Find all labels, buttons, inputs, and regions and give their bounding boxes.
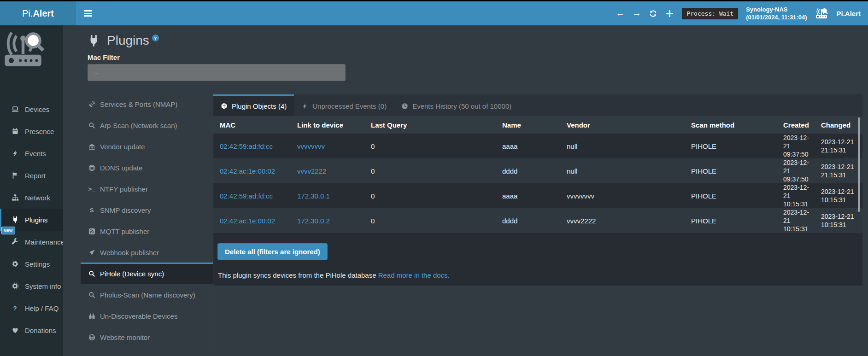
move-icon[interactable] xyxy=(665,9,674,18)
sidebar-menu: Devices Presence Events Report Network P… xyxy=(0,98,63,341)
plugin-nav-item-ddns-update[interactable]: DDNS update xyxy=(81,157,213,178)
cell-link-to-device[interactable]: vvvv2222 xyxy=(291,158,364,183)
plugin-description-text: This plugin syncs devices from the PiHol… xyxy=(218,271,376,279)
cell-mac[interactable]: 02:42:59:ad:fd:cc xyxy=(213,134,291,158)
plug-icon xyxy=(11,216,19,224)
cell-last-query: 0 xyxy=(364,183,496,208)
binoculars-icon xyxy=(88,313,95,320)
sidebar-item-network[interactable]: Network xyxy=(0,187,63,209)
sidebar-item-events[interactable]: Events xyxy=(0,142,63,164)
plugin-nav-item-website-monitor[interactable]: Website monitor xyxy=(81,326,213,347)
mac-filter-label: Mac Filter xyxy=(88,53,120,61)
plugin-nav-item-label: Webhook publisher xyxy=(100,249,159,257)
sidebar-item-label: Events xyxy=(25,150,46,158)
tab-plugin-objects-4[interactable]: Plugin Objects (4) xyxy=(213,94,294,116)
sidebar-item-settings[interactable]: Settings xyxy=(0,253,63,275)
plugin-nav-item-services-ports-nmap[interactable]: Services & Ports (NMAP) xyxy=(81,93,213,114)
cell-link-to-device[interactable]: vvvvvvvv xyxy=(291,134,364,158)
cell-name: dddd xyxy=(496,208,560,233)
plugin-nav-item-ntfy-publisher[interactable]: >_ NTFY publisher xyxy=(81,178,213,199)
delete-all-button[interactable]: Delete all (filters are ignored) xyxy=(217,243,328,260)
cell-mac[interactable]: 02:42:ac:1e:00:02 xyxy=(213,158,291,183)
cell-mac[interactable]: 02:42:ac:1e:00:02 xyxy=(213,208,291,233)
table-row: 02:42:ac:1e:00:02 vvvv2222 0 dddd null P… xyxy=(213,158,862,183)
read-docs-link[interactable]: Read more in the docs. xyxy=(378,271,450,279)
plugin-nav-item-snmp-discovery[interactable]: S SNMP discovery xyxy=(81,199,213,220)
sidebar-item-label: Help / FAQ xyxy=(25,304,59,312)
brand-label: Pi.Alert xyxy=(836,10,861,18)
search-icon xyxy=(88,270,95,278)
column-header-name: Name xyxy=(496,116,560,134)
cell-created: 2023-12-2110:15:31 xyxy=(777,208,815,233)
tab-events-history-50-out-of-10000[interactable]: Events History (50 out of 10000) xyxy=(394,94,519,116)
sidebar-item-maintenance[interactable]: Maintenance NEW xyxy=(0,231,63,253)
table-scrollbar[interactable] xyxy=(858,117,860,212)
plugin-detail-panel: Plugin Objects (4) Unprocessed Events (0… xyxy=(213,94,862,286)
plugin-nav-item-label: Arp-Scan (Network scan) xyxy=(100,122,177,129)
chip-icon xyxy=(11,282,19,290)
plugin-nav-item-webhook-publisher[interactable]: Webhook publisher xyxy=(81,241,213,263)
cell-last-query: 0 xyxy=(364,158,496,183)
sidebar-item-help-faq[interactable]: ? Help / FAQ xyxy=(0,297,63,319)
sidebar-item-donations[interactable]: Donations xyxy=(0,319,63,341)
cell-vendor: vvvv2222 xyxy=(560,208,685,233)
tab-bar: Plugin Objects (4) Unprocessed Events (0… xyxy=(213,94,862,116)
sidebar-item-label: Maintenance xyxy=(25,238,65,246)
cell-mac[interactable]: 02:42:59:ad:fd:cc xyxy=(213,183,291,208)
plugin-nav-item-arp-scan-network-scan[interactable]: Arp-Scan (Network scan) xyxy=(81,114,213,135)
cell-vendor: null xyxy=(560,158,685,183)
cell-name: dddd xyxy=(496,158,560,183)
plugin-nav-item-label: Un-Discoverable Devices xyxy=(100,312,177,320)
page-header: Plugins ? xyxy=(88,33,159,48)
sidebar-toggle-icon[interactable] xyxy=(84,9,93,18)
table-row: 02:42:ac:1e:00:02 172.30.0.2 0 dddd vvvv… xyxy=(213,208,862,233)
sidebar-item-report[interactable]: Report xyxy=(0,164,63,187)
cell-link-to-device[interactable]: 172.30.0.1 xyxy=(291,183,364,208)
sidebar-item-label: Report xyxy=(25,172,46,180)
plugin-nav-item-un-discoverable-devices[interactable]: Un-Discoverable Devices xyxy=(81,305,213,326)
cell-link-to-device[interactable]: 172.30.0.2 xyxy=(291,208,364,233)
sidebar-item-devices[interactable]: Devices xyxy=(0,98,63,120)
tab-unprocessed-events-0[interactable]: Unprocessed Events (0) xyxy=(294,94,394,116)
sidebar-item-presence[interactable]: Presence xyxy=(0,120,63,142)
bank-icon xyxy=(88,143,95,151)
help-badge[interactable]: ? xyxy=(152,35,159,41)
sidebar-item-label: System info xyxy=(25,282,61,290)
tab-label: Plugin Objects (4) xyxy=(232,102,287,110)
cell-last-query: 0 xyxy=(364,208,496,233)
host-datetime: (01/01/2024, 11:31:04) xyxy=(746,14,807,21)
plugin-nav-item-vendor-update[interactable]: Vendor update xyxy=(81,135,213,157)
sidebar-item-label: Network xyxy=(25,194,50,202)
plugin-nav-item-label: Website monitor xyxy=(100,333,150,341)
app-logo[interactable]: Pi.Alert xyxy=(0,1,76,25)
plugin-nav-item-label: Vendor update xyxy=(100,143,145,151)
wrench-icon xyxy=(11,238,19,246)
globe-icon xyxy=(88,334,95,341)
cell-created: 2023-12-2109:37:50 xyxy=(777,158,815,183)
sidebar-item-system-info[interactable]: System info xyxy=(0,275,63,297)
cube-icon xyxy=(221,103,228,110)
cell-changed: 2023-12-2110:15:31 xyxy=(815,183,862,208)
clock-icon xyxy=(401,103,408,110)
cell-scan-method: PIHOLE xyxy=(685,208,777,233)
mac-filter-input[interactable] xyxy=(88,64,346,81)
plugin-nav-item-label: MQTT publisher xyxy=(100,228,149,235)
router-logo-icon xyxy=(815,8,828,19)
column-header-vendor: Vendor xyxy=(560,116,685,134)
back-arrow-icon[interactable]: ← xyxy=(616,9,624,18)
plugin-nav-item-pihole-device-sync[interactable]: PiHole (Device sync) xyxy=(81,263,213,284)
cell-created: 2023-12-2110:15:31 xyxy=(777,183,815,208)
laptop-icon xyxy=(11,105,19,113)
gear-icon xyxy=(11,260,19,268)
page-title: Plugins xyxy=(107,33,149,48)
snmp-icon: S xyxy=(88,207,95,214)
plugin-nav-item-pholus-scan-name-discovery[interactable]: Pholus-Scan (Name discovery) xyxy=(81,284,213,305)
forward-arrow-icon[interactable]: → xyxy=(632,9,641,18)
tab-label: Unprocessed Events (0) xyxy=(312,102,387,110)
plugin-nav-item-mqtt-publisher[interactable]: MQTT publisher xyxy=(81,220,213,241)
cell-scan-method: PIHOLE xyxy=(685,158,777,183)
question-icon: ? xyxy=(11,304,19,312)
new-badge: NEW xyxy=(1,227,15,234)
refresh-icon[interactable] xyxy=(649,9,657,18)
cell-vendor: vvvvvvvv xyxy=(560,183,685,208)
